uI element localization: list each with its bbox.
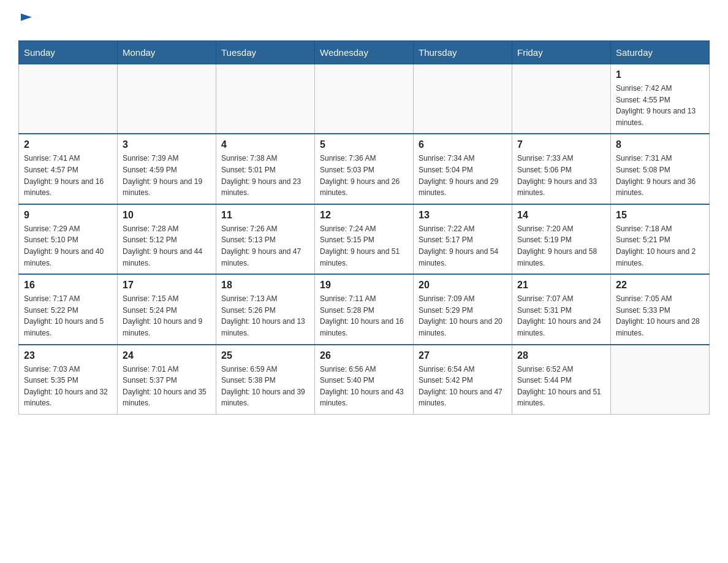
calendar-day-cell xyxy=(19,64,118,134)
day-info: Sunrise: 6:59 AMSunset: 5:38 PMDaylight:… xyxy=(221,364,309,409)
col-friday: Friday xyxy=(512,41,611,64)
calendar-day-cell: 18Sunrise: 7:13 AMSunset: 5:26 PMDayligh… xyxy=(216,274,315,344)
calendar-week-row: 2Sunrise: 7:41 AMSunset: 4:57 PMDaylight… xyxy=(19,134,710,204)
day-number: 21 xyxy=(517,280,605,291)
day-info: Sunrise: 7:31 AMSunset: 5:08 PMDaylight:… xyxy=(616,153,704,198)
calendar-day-cell: 25Sunrise: 6:59 AMSunset: 5:38 PMDayligh… xyxy=(216,345,315,415)
day-number: 12 xyxy=(320,210,408,221)
calendar-day-cell: 20Sunrise: 7:09 AMSunset: 5:29 PMDayligh… xyxy=(414,274,512,344)
day-info: Sunrise: 7:05 AMSunset: 5:33 PMDaylight:… xyxy=(616,293,704,339)
day-info: Sunrise: 7:29 AMSunset: 5:10 PMDaylight:… xyxy=(24,223,112,269)
day-number: 8 xyxy=(616,139,704,150)
day-number: 4 xyxy=(221,139,309,150)
calendar-day-cell: 14Sunrise: 7:20 AMSunset: 5:19 PMDayligh… xyxy=(512,204,611,274)
calendar-day-cell: 17Sunrise: 7:15 AMSunset: 5:24 PMDayligh… xyxy=(118,274,216,344)
calendar-day-cell: 13Sunrise: 7:22 AMSunset: 5:17 PMDayligh… xyxy=(414,204,512,274)
calendar-day-cell: 5Sunrise: 7:36 AMSunset: 5:03 PMDaylight… xyxy=(315,134,414,204)
calendar-day-cell: 16Sunrise: 7:17 AMSunset: 5:22 PMDayligh… xyxy=(19,274,118,344)
day-info: Sunrise: 7:09 AMSunset: 5:29 PMDaylight:… xyxy=(419,293,507,339)
col-sunday: Sunday xyxy=(19,41,118,64)
day-number: 25 xyxy=(221,350,309,361)
calendar-day-cell: 15Sunrise: 7:18 AMSunset: 5:21 PMDayligh… xyxy=(611,204,710,274)
calendar-day-cell: 3Sunrise: 7:39 AMSunset: 4:59 PMDaylight… xyxy=(118,134,216,204)
logo xyxy=(18,12,33,28)
day-number: 14 xyxy=(517,210,605,221)
calendar-day-cell: 26Sunrise: 6:56 AMSunset: 5:40 PMDayligh… xyxy=(315,345,414,415)
calendar-day-cell xyxy=(315,64,414,134)
col-saturday: Saturday xyxy=(611,41,710,64)
day-number: 1 xyxy=(616,69,704,80)
day-info: Sunrise: 7:20 AMSunset: 5:19 PMDaylight:… xyxy=(517,223,605,269)
day-number: 22 xyxy=(616,280,704,291)
calendar-day-cell: 1Sunrise: 7:42 AMSunset: 4:55 PMDaylight… xyxy=(611,64,710,134)
calendar-day-cell: 21Sunrise: 7:07 AMSunset: 5:31 PMDayligh… xyxy=(512,274,611,344)
day-number: 7 xyxy=(517,139,605,150)
calendar-day-cell: 22Sunrise: 7:05 AMSunset: 5:33 PMDayligh… xyxy=(611,274,710,344)
day-info: Sunrise: 7:39 AMSunset: 4:59 PMDaylight:… xyxy=(123,153,211,198)
day-info: Sunrise: 7:18 AMSunset: 5:21 PMDaylight:… xyxy=(616,223,704,269)
calendar-day-cell: 12Sunrise: 7:24 AMSunset: 5:15 PMDayligh… xyxy=(315,204,414,274)
page-header xyxy=(18,12,710,28)
day-info: Sunrise: 7:17 AMSunset: 5:22 PMDaylight:… xyxy=(24,293,112,339)
day-number: 17 xyxy=(123,280,211,291)
day-number: 19 xyxy=(320,280,408,291)
calendar-day-cell: 2Sunrise: 7:41 AMSunset: 4:57 PMDaylight… xyxy=(19,134,118,204)
calendar-day-cell: 4Sunrise: 7:38 AMSunset: 5:01 PMDaylight… xyxy=(216,134,315,204)
svg-marker-0 xyxy=(21,13,32,21)
day-info: Sunrise: 7:11 AMSunset: 5:28 PMDaylight:… xyxy=(320,293,408,339)
day-number: 15 xyxy=(616,210,704,221)
calendar-day-cell: 27Sunrise: 6:54 AMSunset: 5:42 PMDayligh… xyxy=(414,345,512,415)
calendar-day-cell: 11Sunrise: 7:26 AMSunset: 5:13 PMDayligh… xyxy=(216,204,315,274)
calendar-day-cell: 24Sunrise: 7:01 AMSunset: 5:37 PMDayligh… xyxy=(118,345,216,415)
calendar-day-cell: 28Sunrise: 6:52 AMSunset: 5:44 PMDayligh… xyxy=(512,345,611,415)
calendar-table: Sunday Monday Tuesday Wednesday Thursday… xyxy=(18,40,710,415)
day-info: Sunrise: 7:22 AMSunset: 5:17 PMDaylight:… xyxy=(419,223,507,269)
day-info: Sunrise: 7:07 AMSunset: 5:31 PMDaylight:… xyxy=(517,293,605,339)
day-number: 27 xyxy=(419,350,507,361)
day-number: 9 xyxy=(24,210,112,221)
calendar-week-row: 16Sunrise: 7:17 AMSunset: 5:22 PMDayligh… xyxy=(19,274,710,344)
calendar-day-cell: 23Sunrise: 7:03 AMSunset: 5:35 PMDayligh… xyxy=(19,345,118,415)
day-info: Sunrise: 7:03 AMSunset: 5:35 PMDaylight:… xyxy=(24,364,112,409)
day-info: Sunrise: 7:01 AMSunset: 5:37 PMDaylight:… xyxy=(123,364,211,409)
day-number: 3 xyxy=(123,139,211,150)
day-number: 18 xyxy=(221,280,309,291)
day-info: Sunrise: 7:33 AMSunset: 5:06 PMDaylight:… xyxy=(517,153,605,198)
day-info: Sunrise: 7:41 AMSunset: 4:57 PMDaylight:… xyxy=(24,153,112,198)
day-number: 16 xyxy=(24,280,112,291)
day-info: Sunrise: 7:24 AMSunset: 5:15 PMDaylight:… xyxy=(320,223,408,269)
day-info: Sunrise: 7:13 AMSunset: 5:26 PMDaylight:… xyxy=(221,293,309,339)
calendar-day-cell: 6Sunrise: 7:34 AMSunset: 5:04 PMDaylight… xyxy=(414,134,512,204)
day-info: Sunrise: 7:38 AMSunset: 5:01 PMDaylight:… xyxy=(221,153,309,198)
calendar-week-row: 23Sunrise: 7:03 AMSunset: 5:35 PMDayligh… xyxy=(19,345,710,415)
day-number: 6 xyxy=(419,139,507,150)
day-number: 24 xyxy=(123,350,211,361)
calendar-day-cell xyxy=(512,64,611,134)
calendar-day-cell xyxy=(611,345,710,415)
day-info: Sunrise: 7:26 AMSunset: 5:13 PMDaylight:… xyxy=(221,223,309,269)
day-number: 10 xyxy=(123,210,211,221)
day-info: Sunrise: 7:15 AMSunset: 5:24 PMDaylight:… xyxy=(123,293,211,339)
day-number: 26 xyxy=(320,350,408,361)
col-monday: Monday xyxy=(118,41,216,64)
day-number: 28 xyxy=(517,350,605,361)
logo-flag-icon xyxy=(20,12,33,26)
calendar-day-cell xyxy=(216,64,315,134)
day-info: Sunrise: 7:36 AMSunset: 5:03 PMDaylight:… xyxy=(320,153,408,198)
calendar-day-cell xyxy=(118,64,216,134)
calendar-week-row: 1Sunrise: 7:42 AMSunset: 4:55 PMDaylight… xyxy=(19,64,710,134)
day-info: Sunrise: 6:52 AMSunset: 5:44 PMDaylight:… xyxy=(517,364,605,409)
col-thursday: Thursday xyxy=(414,41,512,64)
calendar-day-cell: 19Sunrise: 7:11 AMSunset: 5:28 PMDayligh… xyxy=(315,274,414,344)
day-number: 5 xyxy=(320,139,408,150)
calendar-day-cell: 10Sunrise: 7:28 AMSunset: 5:12 PMDayligh… xyxy=(118,204,216,274)
col-tuesday: Tuesday xyxy=(216,41,315,64)
day-number: 13 xyxy=(419,210,507,221)
day-number: 11 xyxy=(221,210,309,221)
calendar-day-cell: 8Sunrise: 7:31 AMSunset: 5:08 PMDaylight… xyxy=(611,134,710,204)
calendar-day-cell: 7Sunrise: 7:33 AMSunset: 5:06 PMDaylight… xyxy=(512,134,611,204)
calendar-body: 1Sunrise: 7:42 AMSunset: 4:55 PMDaylight… xyxy=(19,64,710,415)
day-info: Sunrise: 7:34 AMSunset: 5:04 PMDaylight:… xyxy=(419,153,507,198)
calendar-week-row: 9Sunrise: 7:29 AMSunset: 5:10 PMDaylight… xyxy=(19,204,710,274)
day-info: Sunrise: 7:28 AMSunset: 5:12 PMDaylight:… xyxy=(123,223,211,269)
